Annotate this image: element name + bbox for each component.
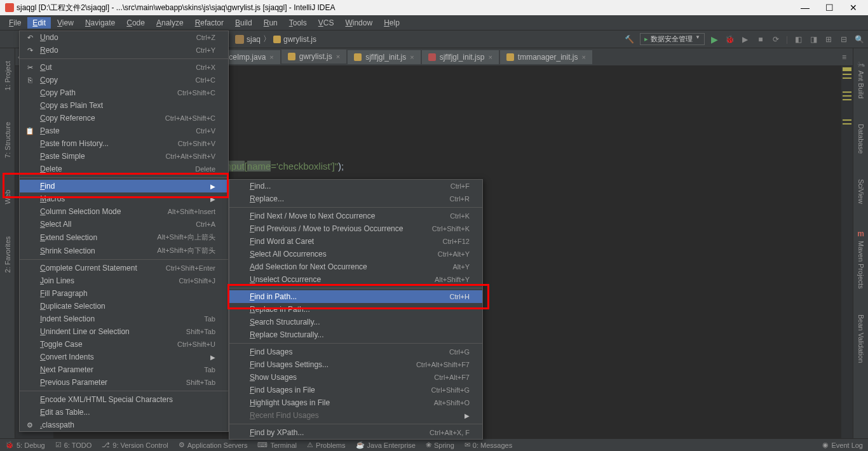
edit-menu-column-selection-mode[interactable]: Column Selection ModeAlt+Shift+Insert — [20, 205, 228, 218]
toolbar-action-1[interactable]: ⟳ — [771, 34, 781, 44]
edit-menu-delete[interactable]: DeleteDelete — [20, 163, 228, 175]
status-java-enterprise[interactable]: ☕Java Enterprise — [356, 441, 416, 449]
edit-menu-indent-selection[interactable]: Indent SelectionTab — [20, 313, 228, 325]
toolbar-action-4[interactable]: ⊞ — [824, 34, 834, 44]
find-menu-find-by-xpath---[interactable]: Find by XPath...Ctrl+Alt+X, F — [229, 426, 482, 439]
edit-menu-macros[interactable]: Macros▶ — [20, 192, 228, 205]
breadcrumb-folder[interactable]: sjaq — [247, 35, 261, 44]
find-menu-find---[interactable]: Find...Ctrl+F — [229, 180, 482, 192]
tab-close-icon[interactable]: × — [336, 53, 340, 60]
find-menu-replace---[interactable]: Replace...Ctrl+R — [229, 192, 482, 205]
tab-close-icon[interactable]: × — [410, 53, 414, 61]
edit-menu-previous-parameter[interactable]: Previous ParameterShift+Tab — [20, 376, 228, 389]
edit-menu-redo[interactable]: ↷RedoCtrl+Y — [20, 44, 228, 57]
right-tool-maven-projects[interactable]: Maven Projects — [857, 241, 865, 289]
minimize-button[interactable]: — — [796, 3, 815, 13]
left-tool----favorites[interactable]: 2: Favorites — [4, 236, 11, 273]
status-spring[interactable]: ❀Spring — [426, 441, 454, 449]
find-menu-unselect-occurrence[interactable]: Unselect OccurrenceAlt+Shift+Y — [229, 273, 482, 286]
edit-menu-cut[interactable]: ✂CutCtrl+X — [20, 61, 228, 74]
menu-window[interactable]: Window — [340, 17, 377, 29]
coverage-icon[interactable]: ▶ — [740, 34, 750, 44]
edit-menu--classpath[interactable]: ⚙.classpath — [20, 419, 228, 431]
find-menu-find-usages-in-file[interactable]: Find Usages in FileCtrl+Shift+G — [229, 384, 482, 396]
edit-menu-encode-xml-html-special-characters[interactable]: Encode XML/HTML Special Characters — [20, 393, 228, 406]
tab-close-icon[interactable]: × — [269, 53, 273, 61]
tab-close-icon[interactable]: × — [582, 53, 586, 61]
right-tool-bean-validation[interactable]: Bean Validation — [857, 314, 865, 363]
run-icon[interactable]: ▶ — [710, 34, 720, 44]
find-menu-show-usages[interactable]: Show UsagesCtrl+Alt+F7 — [229, 371, 482, 384]
status----messages[interactable]: ✉0: Messages — [465, 441, 512, 449]
edit-menu-shrink-selection[interactable]: Shrink SelectionAlt+Shift+向下箭头 — [20, 244, 228, 257]
right-tool-sciview[interactable]: SciView — [857, 179, 865, 204]
edit-menu-extend-selection[interactable]: Extend SelectionAlt+Shift+向上箭头 — [20, 231, 228, 244]
toolbar-action-2[interactable]: ◧ — [793, 34, 803, 44]
edit-menu-join-lines[interactable]: Join LinesCtrl+Shift+J — [20, 274, 228, 287]
edit-menu-fill-paragraph[interactable]: Fill Paragraph — [20, 287, 228, 300]
find-menu-add-selection-for-next-occurrence[interactable]: Add Selection for Next OccurrenceAlt+Y — [229, 260, 482, 273]
menu-refactor[interactable]: Refactor — [190, 17, 229, 29]
toolbar-action-3[interactable]: ◨ — [808, 34, 818, 44]
status-application-servers[interactable]: ⚙Application Servers — [179, 441, 248, 449]
debug-icon[interactable]: 🐞 — [725, 34, 735, 44]
status----version-control[interactable]: ⎇9: Version Control — [102, 441, 168, 449]
tab-gwrylist-js[interactable]: gwrylist.js× — [281, 50, 346, 65]
find-menu-find-word-at-caret[interactable]: Find Word at CaretCtrl+F12 — [229, 235, 482, 248]
menu-analyze[interactable]: Analyze — [151, 17, 189, 29]
find-menu-replace-structurally---[interactable]: Replace Structurally... — [229, 328, 482, 341]
hammer-icon[interactable]: 🔨 — [625, 34, 635, 44]
edit-menu-paste-simple[interactable]: Paste SimpleCtrl+Alt+Shift+V — [20, 150, 228, 163]
right-tool-database[interactable]: Database — [857, 124, 865, 154]
edit-menu-copy-reference[interactable]: Copy ReferenceCtrl+Alt+Shift+C — [20, 112, 228, 125]
tab-close-icon[interactable]: × — [488, 53, 492, 61]
edit-menu-copy[interactable]: ⎘CopyCtrl+C — [20, 74, 228, 86]
find-menu-select-all-occurrences[interactable]: Select All OccurrencesCtrl+Alt+Y — [229, 248, 482, 260]
search-icon[interactable]: 🔍 — [854, 34, 864, 44]
edit-menu-edit-as-table---[interactable]: Edit as Table... — [20, 406, 228, 419]
left-tool----structure[interactable]: 7: Structure — [4, 122, 11, 158]
tab-sjflfjgl-init-jsp[interactable]: sjflfjgl_init.jsp× — [422, 50, 499, 64]
tabs-overflow-icon[interactable]: ≡ — [838, 53, 850, 62]
find-menu-recent-find-usages[interactable]: Recent Find Usages▶ — [229, 409, 482, 422]
find-menu-find-usages-settings---[interactable]: Find Usages Settings...Ctrl+Alt+Shift+F7 — [229, 358, 482, 371]
edit-menu-unindent-line-or-selection[interactable]: Unindent Line or SelectionShift+Tab — [20, 325, 228, 338]
find-menu-find-in-path---[interactable]: Find in Path...Ctrl+H — [229, 290, 482, 303]
maximize-button[interactable]: ☐ — [820, 3, 839, 13]
menu-navigate[interactable]: Navigate — [80, 17, 120, 29]
menu-code[interactable]: Code — [121, 17, 150, 29]
find-menu-find-next---move-to-next-occurrence[interactable]: Find Next / Move to Next OccurrenceCtrl+… — [229, 210, 482, 222]
edit-menu-complete-current-statement[interactable]: Complete Current StatementCtrl+Shift+Ent… — [20, 262, 228, 274]
breadcrumb-file[interactable]: gwrylist.js — [283, 35, 316, 44]
edit-menu-paste[interactable]: 📋PasteCtrl+V — [20, 125, 228, 137]
minimap[interactable] — [841, 66, 853, 438]
edit-menu-find[interactable]: Find▶ — [20, 180, 228, 192]
status----todo[interactable]: ☑6: TODO — [55, 441, 92, 449]
tab-sjflfjgl-init-js[interactable]: sjflfjgl_init.js× — [348, 50, 420, 64]
menu-vcs[interactable]: VCS — [313, 17, 339, 29]
status----debug[interactable]: 🐞5: Debug — [5, 441, 45, 449]
menu-run[interactable]: Run — [259, 17, 283, 29]
edit-menu-toggle-case[interactable]: Toggle CaseCtrl+Shift+U — [20, 338, 228, 351]
find-menu-find-previous---move-to-previous-occurrence[interactable]: Find Previous / Move to Previous Occurre… — [229, 222, 482, 235]
stop-icon[interactable]: ■ — [756, 34, 766, 44]
edit-menu-duplicate-selection[interactable]: Duplicate Selection — [20, 300, 228, 313]
edit-menu-next-parameter[interactable]: Next ParameterTab — [20, 363, 228, 376]
run-config-dropdown[interactable]: ▸数据安全管理▼ — [640, 33, 705, 45]
find-menu-search-structurally---[interactable]: Search Structurally... — [229, 316, 482, 328]
menu-help[interactable]: Help — [379, 17, 405, 29]
find-menu-find-usages[interactable]: Find UsagesCtrl+G — [229, 346, 482, 358]
status-event-log[interactable]: ◉Event Log — [822, 441, 863, 449]
menu-build[interactable]: Build — [230, 17, 257, 29]
right-tool-ant-build[interactable]: Ant Build — [857, 71, 865, 98]
tab-tmmanager-init-js[interactable]: tmmanager_init.js× — [500, 50, 592, 64]
menu-edit[interactable]: Edit — [27, 17, 51, 29]
find-menu-replace-in-path---[interactable]: Replace in Path... — [229, 303, 482, 316]
menu-view[interactable]: View — [52, 17, 79, 29]
edit-menu-undo[interactable]: ↶UndoCtrl+Z — [20, 31, 228, 44]
toolbar-action-5[interactable]: ⊟ — [839, 34, 849, 44]
edit-menu-copy-as-plain-text[interactable]: Copy as Plain Text — [20, 99, 228, 112]
left-tool-web[interactable]: Web — [4, 190, 11, 204]
menu-file[interactable]: File — [4, 17, 26, 29]
close-button[interactable]: ✕ — [844, 3, 863, 13]
